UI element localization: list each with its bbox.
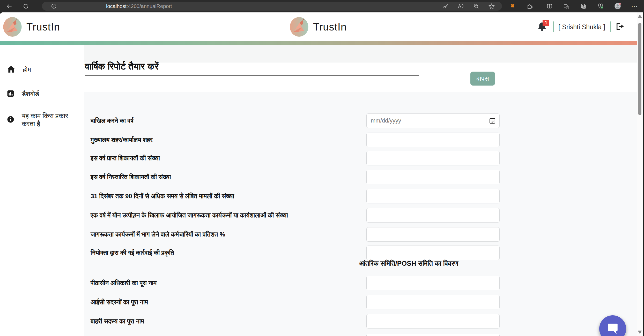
field-label: 31 दिसंबर तक 90 दिनों से अधिक समय से लंब… (91, 189, 234, 203)
form-row: इस वर्ष निस्तारित शिकायतों की संख्या (91, 170, 502, 184)
profile-avatar-icon[interactable] (614, 3, 621, 10)
header-divider (610, 21, 611, 32)
password-key-icon[interactable] (443, 3, 449, 9)
field-label: दाखिल करने का वर्ष (91, 113, 134, 128)
back-button[interactable]: वापस (470, 72, 495, 86)
field-label: मुख्यालय शहर/कार्यालय शहर (91, 133, 153, 147)
brand-left: TrustIn (3, 17, 60, 37)
read-aloud-icon[interactable] (457, 3, 464, 9)
title-underline (85, 75, 419, 76)
ic-members-input[interactable] (366, 295, 500, 309)
browser-essentials-icon[interactable] (597, 3, 604, 9)
form-row: जागरूकता कार्यक्रमों में भाग लेने वाले क… (91, 227, 502, 242)
pending-90days-input[interactable] (366, 189, 500, 203)
sidebar: होम डैशबोर्ड यह काम किस प्रकार करता है (0, 45, 84, 336)
address-bar[interactable]: localhost:4200/annualReport (42, 2, 502, 11)
hq-city-input[interactable] (366, 133, 500, 147)
presiding-officer-input[interactable] (366, 276, 500, 290)
zoom-in-icon[interactable] (473, 3, 479, 9)
scrollbar-thumb[interactable] (638, 23, 641, 115)
form-row: इस वर्ष प्राप्त शिकायतों की संख्या (91, 151, 502, 165)
field-label: पीठासीन अधिकारी का पूरा नाम (91, 276, 157, 290)
sidebar-item-label: यह काम किस प्रकार करता है (22, 112, 78, 128)
user-area: 1 [ Srishti Shukla ] (537, 20, 625, 34)
brand-name-center: TrustIn (313, 21, 347, 33)
form-row: दाखिल करने का वर्ष (91, 113, 502, 128)
form-row: पीठासीन अधिकारी का पूरा नाम (91, 276, 502, 290)
main-content: वार्षिक रिपोर्ट तैयार करें वापस दाखिल कर… (84, 45, 638, 336)
more-menu-icon[interactable]: ⋯ (631, 3, 638, 10)
refresh-icon[interactable] (23, 3, 29, 10)
form-row: हस्ताक्षरकर्ता का पूरा नाम (यदि मानव संस… (91, 334, 502, 336)
split-screen-icon[interactable] (546, 3, 553, 9)
home-icon (7, 65, 16, 74)
calendar-icon[interactable] (489, 117, 496, 125)
title-band (84, 63, 638, 92)
sidebar-item-dashboard[interactable]: डैशबोर्ड (0, 88, 84, 100)
scroll-down-arrow-icon[interactable] (638, 331, 642, 334)
trustin-logo-center-icon (289, 17, 309, 37)
field-label: नियोक्ता द्वारा की गई कार्रवाई की प्रकृत… (91, 246, 174, 260)
site-info-icon[interactable] (51, 3, 57, 9)
brand-name: TrustIn (26, 21, 60, 33)
screen: localhost:4200/annualReport (0, 0, 644, 336)
info-icon (7, 116, 14, 124)
sidebar-item-label: डैशबोर्ड (22, 90, 39, 98)
favorites-list-icon[interactable] (563, 3, 569, 9)
top-strip (84, 45, 638, 63)
complaints-resolved-input[interactable] (366, 170, 500, 184)
form-row: आईसी सदस्यों का पूरा नाम (91, 295, 502, 309)
form-row: नियोक्ता द्वारा की गई कार्रवाई की प्रकृत… (91, 246, 502, 260)
dashboard-icon (7, 90, 14, 98)
url-path: :4200/annualReport (127, 3, 172, 9)
field-label: आईसी सदस्यों का पूरा नाम (91, 295, 148, 309)
field-label: इस वर्ष निस्तारित शिकायतों की संख्या (91, 170, 171, 184)
app-header: TrustIn TrustIn (0, 12, 643, 41)
page-title: वार्षिक रिपोर्ट तैयार करें (85, 61, 159, 72)
form-row: मुख्यालय शहर/कार्यालय शहर (91, 133, 502, 147)
url-host: localhost (106, 3, 127, 9)
form-row: बाहरी सदस्य का पूरा नाम (91, 314, 502, 329)
filing-year-date-input[interactable] (366, 113, 500, 128)
metamask-fox-icon[interactable] (509, 3, 516, 10)
field-label: एक वर्ष में यौन उत्पीड़न के खिलाफ आयोजित… (91, 208, 288, 223)
awareness-programs-input[interactable] (366, 208, 500, 223)
trustin-logo-icon (3, 17, 22, 37)
web-page: TrustIn TrustIn (0, 12, 643, 336)
employer-action-input[interactable] (366, 246, 500, 260)
logout-icon[interactable] (615, 22, 625, 32)
extensions-icon[interactable] (527, 3, 533, 9)
form-row: एक वर्ष में यौन उत्पीड़न के खिलाफ आयोजित… (91, 208, 502, 223)
external-member-input[interactable] (366, 314, 500, 329)
field-label: बाहरी सदस्य का पूरा नाम (91, 314, 144, 329)
url-text[interactable]: localhost:4200/annualReport (106, 3, 172, 9)
sidebar-item-label: होम (23, 66, 31, 74)
form-row: 31 दिसंबर तक 90 दिनों से अधिक समय से लंब… (91, 189, 502, 203)
field-label: हस्ताक्षरकर्ता का पूरा नाम (यदि मानव संस… (91, 334, 300, 336)
notification-badge: 1 (543, 20, 549, 26)
notification-bell-icon[interactable]: 1 (537, 21, 548, 33)
page-scrollbar[interactable] (637, 12, 643, 336)
header-divider (553, 21, 554, 32)
field-label: जागरूकता कार्यक्रमों में भाग लेने वाले क… (91, 227, 225, 242)
browser-toolbar: localhost:4200/annualReport (0, 0, 644, 12)
collections-add-icon[interactable] (580, 3, 587, 9)
chat-bubble-icon (605, 321, 620, 336)
header-gradient-bar (0, 41, 643, 45)
favorite-star-icon[interactable] (488, 3, 495, 9)
field-label: इस वर्ष प्राप्त शिकायतों की संख्या (91, 151, 160, 165)
sidebar-item-how-it-works[interactable]: यह काम किस प्रकार करता है (0, 110, 84, 130)
participation-percent-input[interactable] (366, 227, 500, 242)
scroll-up-arrow-icon[interactable] (638, 14, 642, 18)
brand-center: TrustIn (289, 17, 347, 37)
section-header: आंतरिक समिति/POSH समिति का विवरण (359, 259, 458, 268)
back-icon[interactable] (6, 3, 13, 10)
signatory-name-input[interactable] (366, 334, 500, 336)
complaints-received-input[interactable] (366, 151, 500, 165)
toolbar-divider (540, 4, 540, 9)
user-name: [ Srishti Shukla ] (558, 23, 605, 31)
sidebar-item-home[interactable]: होम (0, 64, 84, 75)
window-edge (643, 12, 644, 336)
